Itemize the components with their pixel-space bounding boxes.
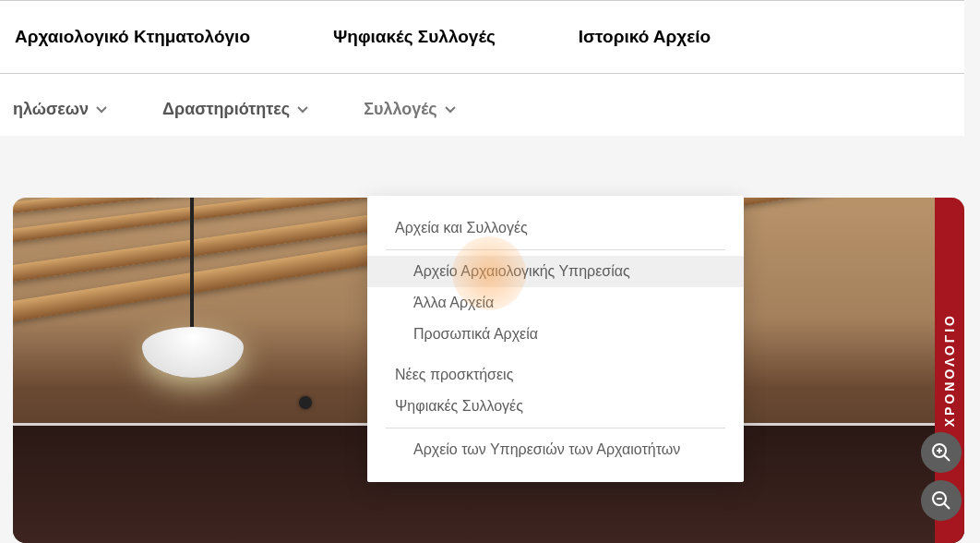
dropdown-item-archives-collections[interactable]: Αρχεία και Συλλογές: [367, 212, 744, 244]
dropdown-separator: [386, 428, 725, 428]
dropdown-item-archaeological-service-archive[interactable]: Αρχείο Αρχαιολογικής Υπηρεσίας: [367, 256, 744, 287]
sub-nav-item-activities[interactable]: Δραστηριότητες: [162, 100, 308, 119]
dropdown-item-antiquities-services-archive[interactable]: Αρχείο των Υπηρεσιών των Αρχαιοτήτων: [367, 434, 744, 465]
timeline-side-label-text: ΧΡΟΝΟΛΟΓΙΟ: [942, 313, 957, 427]
svg-line-5: [944, 503, 950, 509]
svg-line-1: [944, 455, 950, 461]
lamp-icon: [142, 327, 244, 378]
chevron-down-icon: [96, 106, 107, 114]
zoom-controls: [921, 432, 962, 521]
top-nav-link-digital-collections[interactable]: Ψηφιακές Συλλογές: [333, 27, 496, 47]
chevron-down-icon: [445, 106, 456, 114]
collections-dropdown: Αρχεία και Συλλογές Αρχείο Αρχαιολογικής…: [367, 196, 744, 482]
sub-nav-item-collections[interactable]: Συλλογές: [364, 100, 456, 119]
dropdown-item-new-acquisitions[interactable]: Νέες προσκτήσεις: [367, 359, 744, 391]
zoom-in-button[interactable]: [921, 432, 962, 473]
dropdown-separator: [386, 249, 725, 250]
sub-nav-label: Συλλογές: [364, 100, 437, 119]
zoom-out-button[interactable]: [921, 480, 962, 521]
zoom-in-icon: [930, 441, 952, 464]
dropdown-item-personal-archives[interactable]: Προσωπικά Αρχεία: [367, 319, 744, 350]
wall-fixture: [299, 396, 312, 409]
dropdown-item-other-archives[interactable]: Άλλα Αρχεία: [367, 287, 744, 319]
sub-nav-label: ηλώσεων: [13, 100, 89, 119]
sub-nav: ηλώσεων Δραστηριότητες Συλλογές: [0, 74, 964, 136]
sub-nav-label: Δραστηριότητες: [162, 100, 290, 119]
zoom-out-icon: [930, 489, 952, 512]
top-nav-link-cadastre[interactable]: Αρχαιολογικό Κτηματολόγιο: [15, 27, 250, 47]
chevron-down-icon: [297, 106, 308, 114]
top-nav: Αρχαιολογικό Κτηματολόγιο Ψηφιακές Συλλο…: [0, 0, 964, 74]
dropdown-item-digital-collections[interactable]: Ψηφιακές Συλλογές: [367, 391, 744, 422]
sub-nav-item-declarations[interactable]: ηλώσεων: [13, 100, 107, 119]
top-nav-link-historical-archive[interactable]: Ιστορικό Αρχείο: [579, 27, 711, 47]
